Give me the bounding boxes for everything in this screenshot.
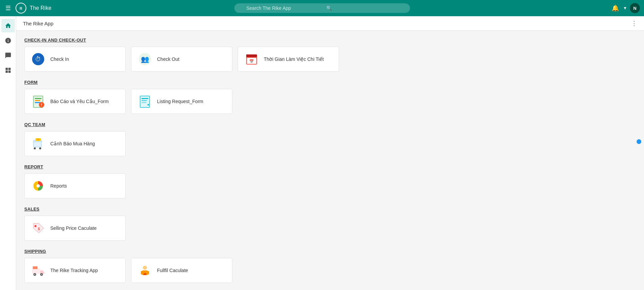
svg-rect-20: [33, 140, 42, 147]
cards-row-qc-team: ! Cảnh Báo Mua Hàng: [24, 131, 636, 156]
card-bao-cao[interactable]: ! Báo Cáo và Yêu Cầu_Form: [24, 89, 126, 114]
page-title: The Rike App: [23, 21, 53, 26]
section-qc-team: QC TEAM ! C: [24, 122, 636, 156]
card-thoi-gian-label: Thời Gian Làm Việc Chi Tiết: [264, 56, 324, 62]
card-fullfil-label: Fullfil Caculate: [157, 268, 188, 273]
card-canh-bao-label: Cảnh Báo Mua Hàng: [50, 141, 95, 146]
expand-icon[interactable]: ⋮: [631, 20, 637, 27]
svg-text:!: !: [41, 103, 42, 107]
sidebar-item-home[interactable]: [1, 19, 15, 32]
svg-text:⏱: ⏱: [35, 56, 41, 63]
sidebar: [0, 16, 16, 290]
app-name: The Rike: [30, 5, 51, 11]
app-logo: R: [16, 3, 26, 14]
svg-text:📅: 📅: [249, 59, 254, 64]
calendar-clock-icon: 📅: [244, 52, 259, 67]
menu-icon[interactable]: ☰: [4, 3, 12, 13]
svg-rect-11: [35, 98, 42, 99]
svg-rect-34: [33, 266, 37, 269]
section-sales: SALES $ Selling Price Caculate: [24, 207, 636, 241]
svg-text:R: R: [20, 6, 22, 10]
sidebar-item-alerts[interactable]: [1, 49, 15, 62]
section-title-report: REPORT: [24, 164, 636, 169]
section-form: FORM ! Báo: [24, 80, 636, 114]
card-bao-cao-label: Báo Cáo và Yêu Cầu_Form: [50, 99, 109, 104]
page-content: CHECK-IN AND CHECK-OUT ⏱ Check In: [16, 31, 644, 290]
svg-point-26: [36, 184, 40, 188]
card-listing-request-label: Listing Request_Form: [157, 99, 203, 104]
cards-row-form: ! Báo Cáo và Yêu Cầu_Form: [24, 89, 636, 114]
card-thoi-gian[interactable]: 📅 Thời Gian Làm Việc Chi Tiết: [238, 47, 339, 72]
svg-rect-37: [141, 271, 143, 274]
section-title-sales: SALES: [24, 207, 636, 212]
svg-point-35: [143, 266, 147, 270]
user-avatar[interactable]: N: [630, 3, 640, 13]
card-check-out[interactable]: 👥 Check Out: [131, 47, 232, 72]
delivery-truck-icon: [31, 263, 46, 278]
warehouse-worker-icon: [137, 263, 152, 278]
svg-rect-39: [144, 273, 146, 275]
checkin-icon: ⏱: [31, 52, 46, 67]
shopping-alert-icon: !: [31, 136, 46, 151]
search-input[interactable]: [234, 3, 410, 13]
card-rike-tracking[interactable]: The Rike Tracking App: [24, 258, 126, 283]
card-listing-request[interactable]: Listing Request_Form: [131, 89, 232, 114]
main-header: The Rike App ⋮: [16, 16, 644, 31]
card-reports-label: Reports: [50, 183, 67, 189]
card-reports[interactable]: Reports: [24, 173, 126, 198]
cards-row-check-in-out: ⏱ Check In 👥 Check Out: [24, 47, 636, 72]
section-shipping: SHIPPING: [24, 249, 636, 283]
svg-rect-19: [141, 102, 146, 103]
card-check-in-label: Check In: [50, 56, 69, 62]
sidebar-item-grid[interactable]: [1, 64, 15, 77]
svg-rect-29: [32, 268, 40, 274]
svg-point-22: [39, 147, 41, 149]
svg-rect-17: [141, 98, 148, 99]
checkout-icon: 👥: [137, 52, 152, 67]
svg-point-27: [34, 225, 36, 227]
cards-row-report: Reports: [24, 173, 636, 198]
section-check-in-out: CHECK-IN AND CHECK-OUT ⏱ Check In: [24, 38, 636, 72]
cards-row-sales: $ Selling Price Caculate: [24, 216, 636, 241]
listing-form-icon: [137, 94, 152, 109]
svg-text:$: $: [38, 227, 40, 231]
dropdown-caret-icon[interactable]: ▼: [623, 6, 627, 10]
svg-point-33: [41, 274, 42, 275]
section-title-shipping: SHIPPING: [24, 249, 636, 254]
svg-rect-7: [246, 54, 257, 57]
card-check-in[interactable]: ⏱ Check In: [24, 47, 126, 72]
card-selling-price[interactable]: $ Selling Price Caculate: [24, 216, 126, 241]
reports-icon: [31, 178, 46, 193]
svg-point-21: [34, 147, 36, 149]
svg-rect-12: [35, 100, 40, 101]
svg-text:👥: 👥: [141, 55, 149, 63]
sidebar-item-info[interactable]: [1, 34, 15, 47]
svg-point-32: [34, 274, 35, 275]
section-report: REPORT Reports: [24, 164, 636, 198]
svg-rect-16: [140, 96, 150, 107]
cards-row-shipping: The Rike Tracking App Ful: [24, 258, 636, 283]
top-nav: ☰ R The Rike 🔍 🔔 ▼ N: [0, 0, 644, 16]
form-report-icon: !: [31, 94, 46, 109]
notification-dot: [637, 139, 641, 144]
section-title-form: FORM: [24, 80, 636, 85]
card-rike-tracking-label: The Rike Tracking App: [50, 268, 98, 273]
section-title-qc-team: QC TEAM: [24, 122, 636, 127]
card-selling-price-label: Selling Price Caculate: [50, 225, 97, 231]
card-check-out-label: Check Out: [157, 56, 179, 62]
svg-text:!: !: [38, 138, 39, 141]
price-tag-icon: $: [31, 221, 46, 236]
main-content: The Rike App ⋮ CHECK-IN AND CHECK-OUT ⏱: [16, 16, 644, 290]
svg-rect-18: [141, 100, 147, 101]
section-title-check-in-out: CHECK-IN AND CHECK-OUT: [24, 38, 636, 43]
svg-rect-38: [147, 271, 149, 274]
topnav-right: 🔔 ▼ N: [610, 3, 640, 13]
notification-bell-icon[interactable]: 🔔: [610, 3, 620, 13]
card-fullfil[interactable]: Fullfil Caculate: [131, 258, 232, 283]
card-canh-bao[interactable]: ! Cảnh Báo Mua Hàng: [24, 131, 126, 156]
